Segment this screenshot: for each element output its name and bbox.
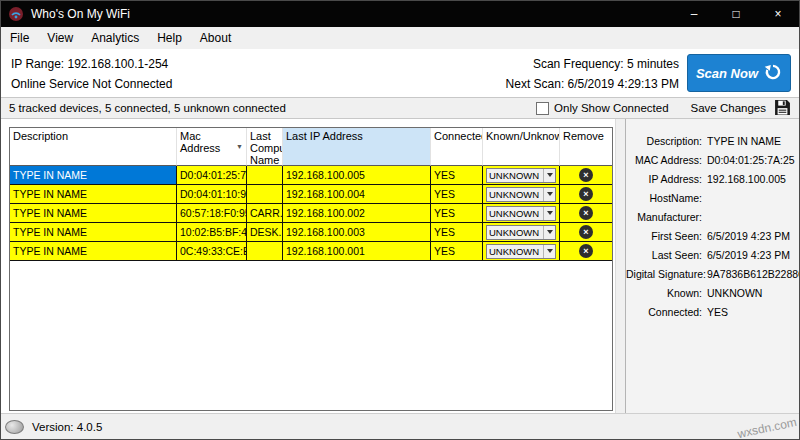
only-show-connected-label: Only Show Connected [554,102,668,114]
menu-help[interactable]: Help [148,29,191,47]
detail-row: MAC Address: D0:04:01:25:7A:25 [626,150,799,169]
column-header-label: Connected [434,130,483,142]
connected-cell: YES [431,223,483,242]
ip-address-cell: 192.168.100.001 [283,242,431,261]
known-unknown-select[interactable]: UNKNOWN [486,206,556,221]
scan-now-button[interactable]: Scan Now [687,54,791,92]
column-header-label: Description [13,130,68,142]
menu-about[interactable]: About [191,29,240,47]
chevron-down-icon [543,207,555,220]
known-unknown-select[interactable]: UNKNOWN [486,187,556,202]
description-cell[interactable]: TYPE IN NAME [10,204,177,223]
connected-cell: YES [431,204,483,223]
known-unknown-cell: UNKNOWN [483,204,560,223]
mac-address-cell: D0:04:01:25:7A:25 [177,166,247,185]
description-cell[interactable]: TYPE IN NAME [10,166,177,185]
computer-name-cell: DESK... [247,223,283,242]
chevron-down-icon [543,245,555,258]
connected-cell: YES [431,242,483,261]
column-header-known-unknown[interactable]: Known/Unknown [483,128,560,166]
device-summary-text: 5 tracked devices, 5 connected, 5 unknow… [1,102,286,114]
menu-analytics[interactable]: Analytics [82,29,148,47]
column-header-remove[interactable]: Remove [560,128,612,166]
known-unknown-select[interactable]: UNKNOWN [486,168,556,183]
known-unknown-value: UNKNOWN [487,189,543,200]
status-bar: Version: 4.0.5 wxsdn.com [1,413,799,439]
known-unknown-select[interactable]: UNKNOWN [486,244,556,259]
column-header-label: Known/Unknown [486,130,560,142]
remove-cell: × [560,185,612,204]
column-header-description[interactable]: Description [10,128,177,166]
detail-row: Last Seen: 6/5/2019 4:23 PM [626,245,799,264]
computer-name-cell: CARR... [247,204,283,223]
remove-device-button[interactable]: × [579,187,593,201]
maximize-icon[interactable]: □ [715,1,757,27]
mac-address-cell: 0C:49:33:CE:EC:3B [177,242,247,261]
column-header-last-ip-address[interactable]: Last IP Address [283,128,431,166]
description-cell[interactable]: TYPE IN NAME [10,185,177,204]
titlebar: Who's On My WiFi – □ × [1,1,799,27]
detail-value: UNKNOWN [707,287,799,299]
app-window: Who's On My WiFi – □ × File View Analyti… [0,0,800,440]
known-unknown-cell: UNKNOWN [483,223,560,242]
table-row: TYPE IN NAME D0:04:01:10:92:E6 192.168.1… [10,185,612,204]
app-icon [8,6,24,22]
status-led-icon [5,420,24,434]
info-bar: IP Range: 192.168.100.1-254 Online Servi… [1,49,799,97]
menu-view[interactable]: View [38,29,82,47]
description-cell[interactable]: TYPE IN NAME [10,242,177,261]
detail-value: D0:04:01:25:7A:25 [707,154,799,166]
detail-row: Manufacturer: [626,207,799,226]
detail-row: Connected: YES [626,302,799,321]
only-show-connected-checkbox[interactable] [536,102,549,115]
scan-frequency-text: Scan Frequency: 5 minutes [506,54,679,74]
vertical-scrollbar[interactable] [615,119,625,413]
close-icon[interactable]: × [757,1,799,27]
chevron-down-icon [543,169,555,182]
ip-range-text: IP Range: 192.168.100.1-254 [11,54,172,74]
device-details-panel: Description: TYPE IN NAME MAC Address: D… [625,119,799,413]
connected-cell: YES [431,185,483,204]
remove-cell: × [560,242,612,261]
remove-device-button[interactable]: × [579,225,593,239]
detail-row: First Seen: 6/5/2019 4:23 PM [626,226,799,245]
column-header-mac-address[interactable]: Mac Address▼ [177,128,247,166]
known-unknown-select[interactable]: UNKNOWN [486,225,556,240]
computer-name-cell [247,242,283,261]
main-content: Description Mac Address▼ Last Computer N… [1,119,799,413]
device-table: Description Mac Address▼ Last Computer N… [9,127,613,411]
chevron-down-icon [543,226,555,239]
menu-file[interactable]: File [1,29,38,47]
column-header-last-computer-name[interactable]: Last Computer Name [247,128,283,166]
table-row: TYPE IN NAME 0C:49:33:CE:EC:3B 192.168.1… [10,242,612,261]
known-unknown-value: UNKNOWN [487,227,543,238]
detail-value: 6/5/2019 4:23 PM [707,230,799,242]
table-row: TYPE IN NAME 10:02:B5:BF:48:B1 DESK... 1… [10,223,612,242]
window-title: Who's On My WiFi [31,7,673,21]
mac-address-cell: 10:02:B5:BF:48:B1 [177,223,247,242]
detail-label: MAC Address: [626,154,702,166]
column-header-connected[interactable]: Connected [431,128,483,166]
mac-address-cell: D0:04:01:10:92:E6 [177,185,247,204]
table-row: TYPE IN NAME D0:04:01:25:7A:25 192.168.1… [10,166,612,185]
known-unknown-cell: UNKNOWN [483,185,560,204]
remove-device-button[interactable]: × [579,244,593,258]
detail-row: HostName: [626,188,799,207]
description-cell[interactable]: TYPE IN NAME [10,223,177,242]
save-icon[interactable] [774,99,791,118]
column-header-label: Mac Address [180,130,236,154]
scan-now-label: Scan Now [696,66,758,81]
minimize-icon[interactable]: – [673,1,715,27]
detail-value: TYPE IN NAME [707,135,799,147]
version-text: Version: 4.0.5 [32,421,102,433]
sort-descending-icon: ▼ [236,143,243,150]
refresh-icon [764,63,782,84]
online-service-text: Online Service Not Connected [11,74,172,94]
remove-device-button[interactable]: × [579,168,593,182]
remove-device-button[interactable]: × [579,206,593,220]
ip-address-cell: 192.168.100.004 [283,185,431,204]
table-row: TYPE IN NAME 60:57:18:F0:95:A6 CARR... 1… [10,204,612,223]
detail-label: First Seen: [626,230,702,242]
known-unknown-value: UNKNOWN [487,208,543,219]
detail-label: Digital Signature: [626,268,702,280]
